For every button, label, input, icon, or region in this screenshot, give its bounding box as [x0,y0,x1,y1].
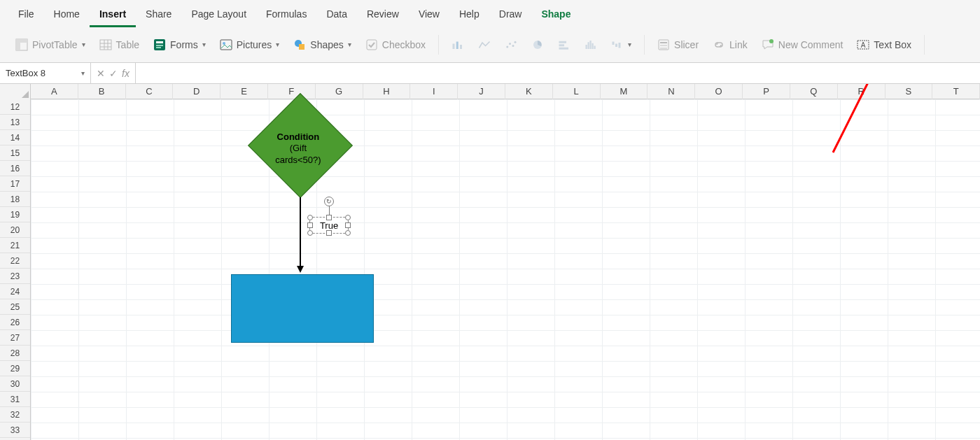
pivot-table-button[interactable]: PivotTable ▾ [10,36,91,54]
rotate-handle[interactable]: ↻ [324,197,334,206]
row-header[interactable]: 24 [0,284,30,299]
svg-point-23 [514,41,517,43]
tab-view[interactable]: View [409,4,449,27]
column-header[interactable]: O [695,84,743,99]
column-header[interactable]: Q [790,84,838,99]
new-comment-button[interactable]: New Comment [756,36,849,54]
textbox-true[interactable]: True ↻ [309,217,349,234]
row-header[interactable]: 22 [0,253,30,269]
text-box-label: Text Box [874,39,911,50]
tab-shape[interactable]: Shape [531,4,580,27]
row-header[interactable]: 16 [0,161,30,176]
column-header[interactable]: I [410,84,458,99]
row-header[interactable]: 17 [0,176,30,192]
resize-handle-tr[interactable] [345,215,351,220]
column-header[interactable]: H [363,84,411,99]
text-box-button[interactable]: A Text Box [851,36,917,54]
tab-insert[interactable]: Insert [90,4,136,27]
chevron-down-icon[interactable]: ▾ [81,69,85,77]
histogram-button [579,36,603,54]
svg-rect-30 [590,41,592,49]
row-header[interactable]: 32 [0,407,30,423]
forms-button[interactable]: Forms ▾ [148,36,211,54]
tab-draw[interactable]: Draw [489,4,532,27]
enter-icon[interactable]: ✓ [109,68,118,79]
resize-handle-ml[interactable] [307,222,313,228]
column-header[interactable]: J [458,84,505,99]
row-header[interactable]: 26 [0,315,30,330]
separator [644,35,645,55]
row-header[interactable]: 20 [0,222,30,238]
svg-rect-31 [592,43,594,48]
tab-formulas[interactable]: Formulas [256,4,316,27]
name-box[interactable]: TextBox 8 ▾ [0,63,91,83]
row-header[interactable]: 25 [0,299,30,315]
column-header[interactable]: A [31,84,78,99]
shapes-button[interactable]: Shapes ▾ [288,36,356,54]
resize-handle-br[interactable] [345,230,351,236]
column-header[interactable]: R [838,84,886,99]
column-header[interactable]: T [932,84,980,99]
select-all-corner[interactable] [0,84,31,99]
text-box-icon: A [857,38,869,51]
formula-input[interactable] [136,63,980,83]
column-header[interactable]: N [648,84,695,99]
tab-home[interactable]: Home [44,4,90,27]
column-header[interactable]: P [743,84,790,99]
checkbox-label: Checkbox [382,39,426,50]
row-header[interactable]: 18 [0,192,30,207]
column-header[interactable]: L [553,84,601,99]
svg-rect-35 [619,43,621,48]
row-header[interactable]: 12 [0,99,30,115]
pictures-button[interactable]: Pictures ▾ [214,36,286,54]
svg-rect-34 [615,43,617,47]
row-header[interactable]: 15 [0,146,30,161]
tab-review[interactable]: Review [357,4,409,27]
svg-point-20 [506,45,508,48]
row-header[interactable]: 30 [0,376,30,392]
resize-handle-bm[interactable] [326,230,332,236]
column-header[interactable]: E [220,84,268,99]
row-header[interactable]: 29 [0,361,30,376]
tab-file[interactable]: File [8,4,44,27]
cancel-icon[interactable]: ✕ [97,68,105,79]
tab-help[interactable]: Help [449,4,489,27]
column-header[interactable]: K [505,84,553,99]
resize-handle-bl[interactable] [307,230,313,236]
link-button[interactable]: Link [707,36,753,54]
checkbox-button[interactable]: Checkbox [360,36,431,54]
table-button[interactable]: Table [94,36,145,54]
row-header[interactable]: 21 [0,238,30,253]
row-header[interactable]: 23 [0,269,30,284]
separator [924,35,925,55]
column-header[interactable]: D [173,84,220,99]
svg-marker-43 [22,91,29,98]
column-header[interactable]: G [316,84,363,99]
resize-handle-mr[interactable] [345,222,351,228]
resize-handle-tm[interactable] [326,215,332,220]
resize-handle-tl[interactable] [307,215,313,220]
column-header[interactable]: S [886,84,933,99]
row-header[interactable]: 27 [0,330,30,346]
connector-arrow[interactable] [300,197,301,267]
row-header[interactable]: 28 [0,346,30,361]
cells-area[interactable] [31,99,980,440]
row-header[interactable]: 19 [0,207,30,222]
tab-data[interactable]: Data [316,4,357,27]
tab-share[interactable]: Share [136,4,181,27]
column-header[interactable]: M [601,84,648,99]
fx-icon[interactable]: fx [122,68,130,79]
process-rectangle-shape[interactable] [231,274,374,343]
pictures-icon [220,38,232,51]
row-header[interactable]: 13 [0,115,30,130]
column-chart-button [446,36,470,54]
column-header[interactable]: C [126,84,174,99]
row-header[interactable]: 31 [0,392,30,407]
slicer-button[interactable]: Slicer [652,36,704,54]
row-header[interactable]: 33 [0,423,30,438]
spreadsheet-grid: ABCDEFGHIJKLMNOPQRST 1213141516171819202… [0,84,980,440]
column-header[interactable]: B [78,84,126,99]
row-header[interactable]: 14 [0,130,30,146]
tab-page-layout[interactable]: Page Layout [181,4,256,27]
column-header[interactable]: F [268,84,316,99]
